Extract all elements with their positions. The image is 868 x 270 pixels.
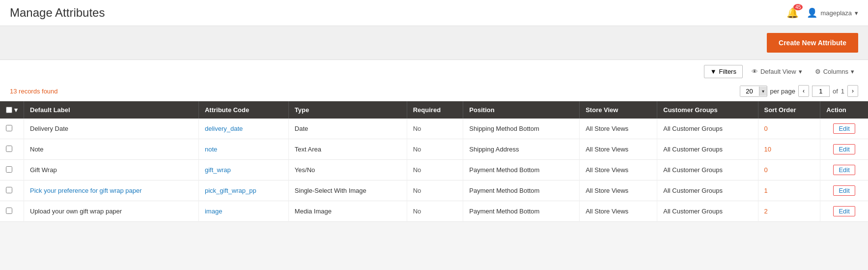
table-row: Note note Text Area No Shipping Address …: [0, 139, 868, 160]
row-checkbox-cell: [0, 201, 24, 222]
toolbar-bar: Create New Attribute: [0, 26, 868, 60]
select-all-checkbox[interactable]: [6, 107, 12, 113]
row-position: Payment Method Bottom: [463, 201, 580, 222]
header-row: ▾ Default Label Attribute Code Type Requ…: [0, 101, 868, 119]
row-customer-groups: All Customer Groups: [657, 160, 758, 180]
row-code: pick_gift_wrap_pp: [198, 180, 288, 201]
row-code: delivery_date: [198, 119, 288, 139]
row-checkbox-cell: [0, 139, 24, 160]
row-label: Delivery Date: [24, 119, 199, 139]
page-total: 1: [841, 88, 844, 95]
header-dropdown-icon[interactable]: ▾: [14, 106, 18, 114]
row-action: Edit: [820, 180, 868, 201]
row-store-view: All Store Views: [580, 180, 657, 201]
row-checkbox[interactable]: [6, 125, 12, 131]
table-row: Upload your own gift wrap paper image Me…: [0, 201, 868, 222]
row-sort-order: 0: [758, 119, 820, 139]
row-checkbox-cell: [0, 160, 24, 180]
records-found: 13 records found: [10, 88, 58, 95]
edit-button[interactable]: Edit: [833, 185, 855, 196]
row-action: Edit: [820, 139, 868, 160]
per-page-dropdown-arrow[interactable]: ▾: [759, 87, 767, 96]
row-type: Yes/No: [288, 160, 407, 180]
row-type: Date: [288, 119, 407, 139]
row-type: Text Area: [288, 139, 407, 160]
prev-page-button[interactable]: ‹: [798, 85, 809, 97]
row-position: Payment Method Bottom: [463, 180, 580, 201]
row-code: gift_wrap: [198, 160, 288, 180]
row-action: Edit: [820, 160, 868, 180]
header-attribute-code: Attribute Code: [198, 101, 288, 119]
columns-dropdown-icon: ▾: [851, 68, 854, 75]
create-new-attribute-button[interactable]: Create New Attribute: [767, 33, 858, 53]
header-checkbox-col: ▾: [0, 101, 24, 119]
row-position: Payment Method Bottom: [463, 160, 580, 180]
eye-icon: 👁: [752, 68, 758, 75]
row-store-view: All Store Views: [580, 201, 657, 222]
edit-button[interactable]: Edit: [833, 165, 855, 175]
user-name: mageplaza: [820, 9, 852, 17]
notification-bell[interactable]: 🔔 45: [786, 7, 799, 19]
row-checkbox[interactable]: [6, 187, 12, 193]
row-required: No: [407, 201, 463, 222]
edit-button[interactable]: Edit: [833, 123, 855, 134]
row-code: image: [198, 201, 288, 222]
filters-button[interactable]: ▼ Filters: [704, 65, 743, 78]
table-row: Pick your preference for gift wrap paper…: [0, 180, 868, 201]
header-type: Type: [288, 101, 407, 119]
edit-button[interactable]: Edit: [833, 206, 855, 216]
row-type: Single-Select With Image: [288, 180, 407, 201]
page-number-input[interactable]: [812, 86, 830, 97]
user-dropdown-icon: ▾: [855, 9, 858, 17]
columns-label: Columns: [823, 68, 848, 75]
header-default-label: Default Label: [24, 101, 199, 119]
row-position: Shipping Method Bottom: [463, 119, 580, 139]
row-required: No: [407, 119, 463, 139]
row-label: Gift Wrap: [24, 160, 199, 180]
top-bar-right: 🔔 45 👤 mageplaza ▾: [786, 7, 858, 19]
user-icon: 👤: [807, 7, 817, 18]
header-required: Required: [407, 101, 463, 119]
row-label: Note: [24, 139, 199, 160]
per-page-input[interactable]: [740, 86, 759, 96]
row-customer-groups: All Customer Groups: [657, 180, 758, 201]
records-bar: 13 records found ▾ per page ‹ of 1 ›: [0, 81, 868, 101]
row-required: No: [407, 139, 463, 160]
row-code: note: [198, 139, 288, 160]
row-customer-groups: All Customer Groups: [657, 201, 758, 222]
row-required: No: [407, 180, 463, 201]
header-action: Action: [820, 101, 868, 119]
row-action: Edit: [820, 201, 868, 222]
row-checkbox-cell: [0, 119, 24, 139]
table-row: Gift Wrap gift_wrap Yes/No No Payment Me…: [0, 160, 868, 180]
table-body: Delivery Date delivery_date Date No Ship…: [0, 119, 868, 222]
row-store-view: All Store Views: [580, 160, 657, 180]
view-button[interactable]: 👁 Default View ▾: [748, 65, 806, 78]
filter-bar: ▼ Filters 👁 Default View ▾ ⚙ Columns ▾: [0, 60, 868, 81]
filter-icon: ▼: [710, 68, 717, 75]
header-store-view: Store View: [580, 101, 657, 119]
row-action: Edit: [820, 119, 868, 139]
view-label: Default View: [760, 68, 796, 75]
top-bar: Manage Attributes 🔔 45 👤 mageplaza ▾: [0, 0, 868, 26]
row-checkbox[interactable]: [6, 208, 12, 214]
notification-badge: 45: [793, 4, 803, 10]
row-checkbox-cell: [0, 180, 24, 201]
columns-button[interactable]: ⚙ Columns ▾: [811, 65, 858, 78]
per-page-select[interactable]: ▾: [740, 86, 767, 97]
edit-button[interactable]: Edit: [833, 144, 855, 154]
row-customer-groups: All Customer Groups: [657, 139, 758, 160]
row-checkbox[interactable]: [6, 166, 12, 173]
header-customer-groups: Customer Groups: [657, 101, 758, 119]
row-checkbox[interactable]: [6, 146, 12, 152]
row-sort-order: 1: [758, 180, 820, 201]
table-container: ▾ Default Label Attribute Code Type Requ…: [0, 101, 868, 222]
filters-label: Filters: [719, 68, 736, 75]
row-sort-order: 2: [758, 201, 820, 222]
row-customer-groups: All Customer Groups: [657, 119, 758, 139]
pagination: ▾ per page ‹ of 1 ›: [740, 85, 858, 97]
user-menu[interactable]: 👤 mageplaza ▾: [807, 7, 858, 18]
of-label: of: [833, 88, 838, 95]
row-position: Shipping Address: [463, 139, 580, 160]
next-page-button[interactable]: ›: [847, 85, 858, 97]
